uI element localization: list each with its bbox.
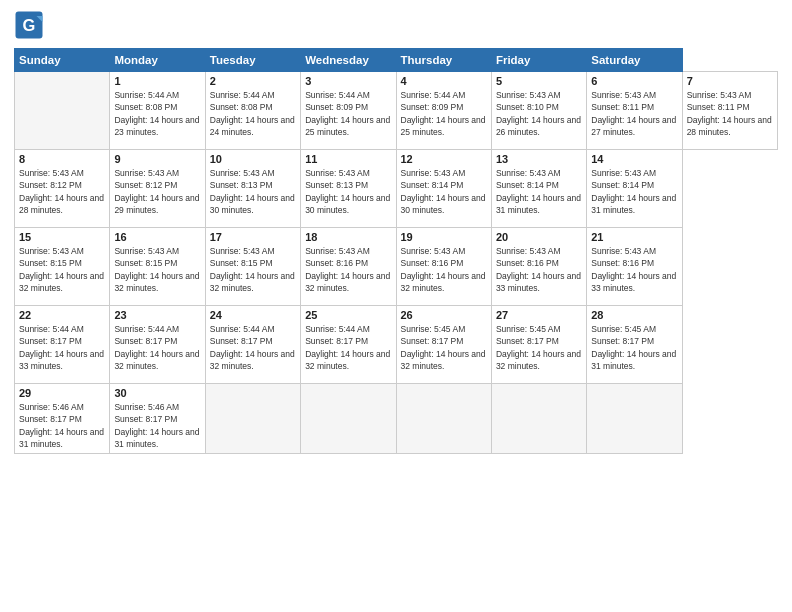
day-number: 16 [114,231,200,243]
svg-text:G: G [23,16,36,34]
weekday-header-sunday: Sunday [15,49,110,72]
day-number: 6 [591,75,677,87]
day-cell: 30Sunrise: 5:46 AMSunset: 8:17 PMDayligh… [110,384,205,454]
calendar-page: G SundayMondayTuesdayWednesdayThursdayFr… [0,0,792,612]
day-number: 7 [687,75,773,87]
day-info: Sunrise: 5:43 AMSunset: 8:12 PMDaylight:… [114,167,200,216]
day-cell: 13Sunrise: 5:43 AMSunset: 8:14 PMDayligh… [491,150,586,228]
day-cell: 5Sunrise: 5:43 AMSunset: 8:10 PMDaylight… [491,72,586,150]
day-info: Sunrise: 5:44 AMSunset: 8:17 PMDaylight:… [114,323,200,372]
day-info: Sunrise: 5:46 AMSunset: 8:17 PMDaylight:… [114,401,200,450]
day-number: 1 [114,75,200,87]
day-info: Sunrise: 5:45 AMSunset: 8:17 PMDaylight:… [496,323,582,372]
day-cell: 28Sunrise: 5:45 AMSunset: 8:17 PMDayligh… [587,306,682,384]
day-info: Sunrise: 5:43 AMSunset: 8:15 PMDaylight:… [114,245,200,294]
day-number: 24 [210,309,296,321]
day-number: 2 [210,75,296,87]
weekday-header-row: SundayMondayTuesdayWednesdayThursdayFrid… [15,49,778,72]
weekday-header-friday: Friday [491,49,586,72]
day-number: 25 [305,309,391,321]
day-info: Sunrise: 5:43 AMSunset: 8:14 PMDaylight:… [496,167,582,216]
weekday-header-tuesday: Tuesday [205,49,300,72]
day-number: 15 [19,231,105,243]
day-cell: 10Sunrise: 5:43 AMSunset: 8:13 PMDayligh… [205,150,300,228]
header: G [14,10,778,40]
day-cell: 24Sunrise: 5:44 AMSunset: 8:17 PMDayligh… [205,306,300,384]
day-info: Sunrise: 5:43 AMSunset: 8:13 PMDaylight:… [305,167,391,216]
day-cell: 25Sunrise: 5:44 AMSunset: 8:17 PMDayligh… [301,306,396,384]
day-cell [491,384,586,454]
week-row-0: 1Sunrise: 5:44 AMSunset: 8:08 PMDaylight… [15,72,778,150]
day-cell: 29Sunrise: 5:46 AMSunset: 8:17 PMDayligh… [15,384,110,454]
day-cell: 2Sunrise: 5:44 AMSunset: 8:08 PMDaylight… [205,72,300,150]
day-cell [205,384,300,454]
day-info: Sunrise: 5:44 AMSunset: 8:09 PMDaylight:… [401,89,487,138]
day-info: Sunrise: 5:44 AMSunset: 8:17 PMDaylight:… [305,323,391,372]
day-cell: 16Sunrise: 5:43 AMSunset: 8:15 PMDayligh… [110,228,205,306]
day-cell [301,384,396,454]
day-cell [396,384,491,454]
day-info: Sunrise: 5:43 AMSunset: 8:10 PMDaylight:… [496,89,582,138]
day-info: Sunrise: 5:46 AMSunset: 8:17 PMDaylight:… [19,401,105,450]
day-info: Sunrise: 5:43 AMSunset: 8:11 PMDaylight:… [687,89,773,138]
day-number: 21 [591,231,677,243]
day-cell: 9Sunrise: 5:43 AMSunset: 8:12 PMDaylight… [110,150,205,228]
day-number: 8 [19,153,105,165]
logo: G [14,10,48,40]
day-number: 3 [305,75,391,87]
weekday-header-wednesday: Wednesday [301,49,396,72]
day-info: Sunrise: 5:45 AMSunset: 8:17 PMDaylight:… [591,323,677,372]
day-cell: 3Sunrise: 5:44 AMSunset: 8:09 PMDaylight… [301,72,396,150]
day-cell: 15Sunrise: 5:43 AMSunset: 8:15 PMDayligh… [15,228,110,306]
day-info: Sunrise: 5:43 AMSunset: 8:15 PMDaylight:… [19,245,105,294]
day-info: Sunrise: 5:44 AMSunset: 8:17 PMDaylight:… [210,323,296,372]
week-row-3: 22Sunrise: 5:44 AMSunset: 8:17 PMDayligh… [15,306,778,384]
week-row-4: 29Sunrise: 5:46 AMSunset: 8:17 PMDayligh… [15,384,778,454]
weekday-header-saturday: Saturday [587,49,682,72]
day-info: Sunrise: 5:44 AMSunset: 8:17 PMDaylight:… [19,323,105,372]
day-info: Sunrise: 5:45 AMSunset: 8:17 PMDaylight:… [401,323,487,372]
day-cell: 8Sunrise: 5:43 AMSunset: 8:12 PMDaylight… [15,150,110,228]
day-number: 26 [401,309,487,321]
day-cell: 27Sunrise: 5:45 AMSunset: 8:17 PMDayligh… [491,306,586,384]
weekday-header-monday: Monday [110,49,205,72]
day-cell: 1Sunrise: 5:44 AMSunset: 8:08 PMDaylight… [110,72,205,150]
day-number: 11 [305,153,391,165]
day-cell: 20Sunrise: 5:43 AMSunset: 8:16 PMDayligh… [491,228,586,306]
logo-icon: G [14,10,44,40]
day-cell: 6Sunrise: 5:43 AMSunset: 8:11 PMDaylight… [587,72,682,150]
day-number: 12 [401,153,487,165]
day-cell: 22Sunrise: 5:44 AMSunset: 8:17 PMDayligh… [15,306,110,384]
day-cell: 26Sunrise: 5:45 AMSunset: 8:17 PMDayligh… [396,306,491,384]
day-cell: 12Sunrise: 5:43 AMSunset: 8:14 PMDayligh… [396,150,491,228]
day-number: 4 [401,75,487,87]
day-cell: 14Sunrise: 5:43 AMSunset: 8:14 PMDayligh… [587,150,682,228]
day-cell: 19Sunrise: 5:43 AMSunset: 8:16 PMDayligh… [396,228,491,306]
day-info: Sunrise: 5:43 AMSunset: 8:14 PMDaylight:… [591,167,677,216]
day-number: 19 [401,231,487,243]
day-number: 20 [496,231,582,243]
day-cell: 18Sunrise: 5:43 AMSunset: 8:16 PMDayligh… [301,228,396,306]
day-cell: 17Sunrise: 5:43 AMSunset: 8:15 PMDayligh… [205,228,300,306]
day-info: Sunrise: 5:44 AMSunset: 8:08 PMDaylight:… [114,89,200,138]
day-number: 22 [19,309,105,321]
day-number: 14 [591,153,677,165]
day-number: 9 [114,153,200,165]
day-info: Sunrise: 5:43 AMSunset: 8:16 PMDaylight:… [401,245,487,294]
day-info: Sunrise: 5:43 AMSunset: 8:15 PMDaylight:… [210,245,296,294]
day-info: Sunrise: 5:43 AMSunset: 8:11 PMDaylight:… [591,89,677,138]
day-number: 17 [210,231,296,243]
day-info: Sunrise: 5:43 AMSunset: 8:13 PMDaylight:… [210,167,296,216]
day-number: 28 [591,309,677,321]
day-cell: 23Sunrise: 5:44 AMSunset: 8:17 PMDayligh… [110,306,205,384]
day-info: Sunrise: 5:43 AMSunset: 8:12 PMDaylight:… [19,167,105,216]
week-row-1: 8Sunrise: 5:43 AMSunset: 8:12 PMDaylight… [15,150,778,228]
day-info: Sunrise: 5:43 AMSunset: 8:16 PMDaylight:… [591,245,677,294]
day-info: Sunrise: 5:43 AMSunset: 8:14 PMDaylight:… [401,167,487,216]
day-number: 29 [19,387,105,399]
day-number: 23 [114,309,200,321]
day-info: Sunrise: 5:44 AMSunset: 8:09 PMDaylight:… [305,89,391,138]
calendar-body: 1Sunrise: 5:44 AMSunset: 8:08 PMDaylight… [15,72,778,454]
day-cell: 4Sunrise: 5:44 AMSunset: 8:09 PMDaylight… [396,72,491,150]
day-cell [587,384,682,454]
